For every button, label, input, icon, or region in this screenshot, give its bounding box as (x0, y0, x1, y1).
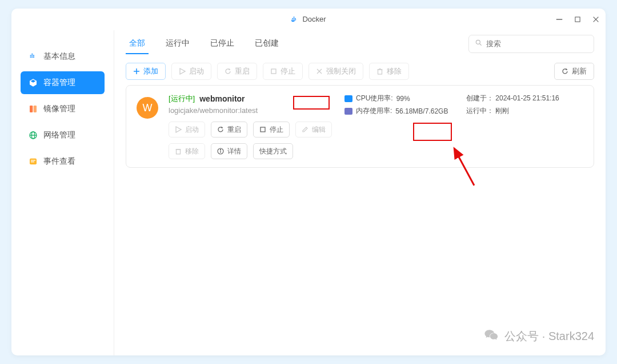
btn-label: 重启 (227, 125, 241, 135)
btn-label: 停止 (270, 125, 283, 135)
card-details-button[interactable]: 详情 (211, 143, 247, 159)
svg-point-29 (220, 149, 221, 150)
info-icon (29, 52, 38, 61)
svg-rect-24 (261, 127, 265, 132)
restart-icon (225, 68, 231, 75)
close-icon (316, 68, 323, 75)
btn-label: 刷新 (572, 66, 587, 76)
created-label: 创建于： (466, 94, 494, 102)
image-icon (29, 104, 38, 114)
svg-rect-4 (30, 106, 33, 112)
search-icon (475, 39, 483, 48)
mem-value: 56.18MB/7.62GB (395, 107, 448, 115)
refresh-button[interactable]: 刷新 (554, 63, 594, 80)
card-start-button[interactable]: 启动 (169, 122, 205, 137)
btn-label: 重启 (235, 66, 250, 76)
svg-rect-10 (31, 160, 35, 160)
minimize-button[interactable] (555, 15, 563, 23)
svg-rect-20 (378, 70, 382, 74)
btn-label: 移除 (185, 147, 199, 156)
edit-icon (302, 126, 308, 133)
btn-label: 启动 (189, 66, 204, 76)
event-icon (29, 157, 38, 166)
docker-icon (291, 15, 299, 23)
cpu-label: CPU使用率: (356, 94, 393, 103)
mem-icon (344, 108, 352, 115)
mem-label: 内存使用率: (356, 106, 392, 116)
info-icon (217, 148, 224, 155)
card-stop-button[interactable]: 停止 (253, 122, 290, 137)
status-badge: [运行中] (169, 94, 195, 104)
stop-button[interactable]: 停止 (263, 63, 303, 80)
container-name: webmonitor (199, 94, 245, 103)
sidebar-item-network-mgmt[interactable]: 网络管理 (21, 124, 105, 147)
tabs-bar: 全部 运行中 已停止 已创建 (114, 30, 606, 58)
play-icon (175, 126, 182, 133)
trash-icon (376, 68, 383, 75)
svg-line-13 (480, 44, 482, 46)
tab-running[interactable]: 运行中 (162, 34, 193, 54)
sidebar-item-container-mgmt[interactable]: 容器管理 (21, 71, 105, 94)
svg-rect-17 (271, 69, 276, 74)
container-card: W [运行中] webmonitor logicjake/webmonitor:… (126, 85, 594, 168)
remove-button[interactable]: 移除 (369, 63, 409, 80)
created-value: 2024-01-25 21:51:16 (495, 94, 559, 102)
svg-point-12 (476, 40, 480, 44)
btn-label: 添加 (143, 66, 158, 76)
plus-icon (133, 68, 140, 75)
search-input-wrap[interactable] (468, 35, 594, 53)
uptime-value: 刚刚 (495, 107, 509, 115)
force-close-button[interactable]: 强制关闭 (308, 63, 363, 80)
sidebar-item-label: 镜像管理 (43, 104, 75, 114)
start-button[interactable]: 启动 (171, 63, 211, 80)
sidebar-item-label: 容器管理 (43, 78, 75, 88)
svg-marker-16 (180, 68, 185, 74)
watermark-text: 公众号 · Stark324 (504, 329, 594, 344)
cpu-icon (344, 95, 352, 102)
uptime-label: 运行中： (466, 107, 494, 115)
sidebar-item-label: 事件查看 (43, 156, 75, 167)
stop-icon (270, 68, 277, 75)
sidebar-item-basic-info[interactable]: 基本信息 (21, 45, 105, 68)
restart-button[interactable]: 重启 (217, 63, 257, 80)
sidebar-item-image-mgmt[interactable]: 镜像管理 (21, 98, 105, 120)
svg-marker-23 (176, 127, 181, 132)
svg-rect-25 (177, 149, 181, 154)
stop-icon (259, 126, 266, 133)
play-icon (179, 68, 186, 75)
network-icon (29, 131, 38, 140)
card-shortcut-button[interactable]: 快捷方式 (253, 143, 293, 159)
search-input[interactable] (486, 39, 588, 48)
card-restart-button[interactable]: 重启 (211, 122, 247, 137)
sidebar: 基本信息 容器管理 镜像管理 网络管理 (11, 30, 114, 355)
sidebar-item-label: 网络管理 (43, 130, 75, 140)
svg-rect-5 (34, 106, 37, 112)
sidebar-item-label: 基本信息 (43, 51, 75, 62)
sidebar-item-event-view[interactable]: 事件查看 (21, 150, 105, 173)
svg-rect-1 (575, 17, 580, 21)
titlebar: Docker (11, 9, 606, 30)
btn-label: 编辑 (312, 125, 326, 135)
tab-all[interactable]: 全部 (126, 34, 149, 54)
card-remove-button[interactable]: 移除 (169, 143, 205, 159)
toolbar: 添加 启动 重启 停止 强制关闭 (114, 58, 606, 85)
tab-created[interactable]: 已创建 (251, 34, 282, 54)
container-image: logicjake/webmonitor:latest (169, 106, 334, 115)
refresh-icon (562, 68, 568, 75)
btn-label: 强制关闭 (326, 66, 356, 76)
maximize-button[interactable] (574, 15, 582, 23)
close-button[interactable] (592, 15, 600, 23)
window-title: Docker (302, 15, 326, 23)
btn-label: 快捷方式 (259, 147, 287, 156)
restart-icon (217, 126, 224, 133)
container-icon (29, 78, 38, 87)
trash-icon (175, 148, 182, 155)
btn-label: 启动 (185, 125, 199, 135)
btn-label: 停止 (281, 66, 295, 76)
watermark: 公众号 · Stark324 (484, 327, 594, 345)
card-edit-button[interactable]: 编辑 (295, 122, 332, 137)
add-button[interactable]: 添加 (126, 63, 166, 80)
btn-label: 移除 (387, 66, 402, 76)
tab-stopped[interactable]: 已停止 (207, 34, 238, 54)
svg-rect-11 (31, 161, 34, 162)
